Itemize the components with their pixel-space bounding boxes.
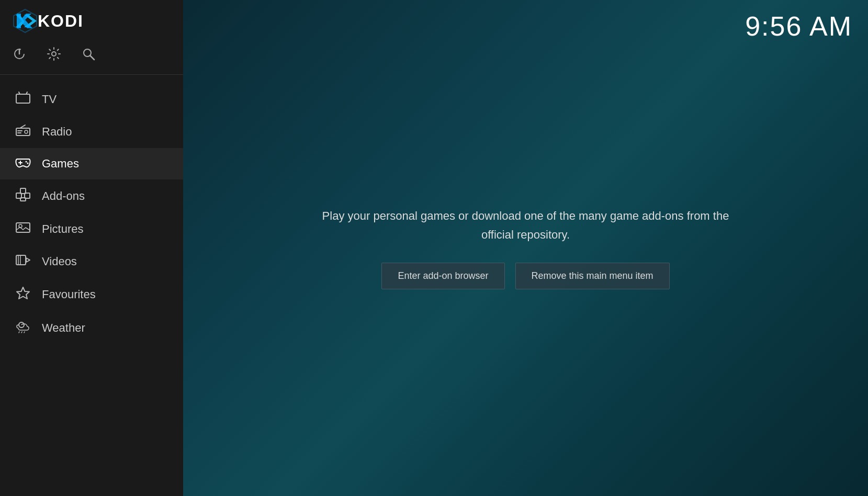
sidebar-item-pictures[interactable]: Pictures bbox=[0, 213, 183, 245]
sidebar-divider bbox=[0, 74, 183, 75]
dialog-description: Play your personal games or download one… bbox=[311, 207, 740, 243]
power-icon[interactable] bbox=[13, 47, 26, 64]
sidebar-toolbar bbox=[0, 42, 183, 74]
radio-icon bbox=[15, 124, 31, 140]
sidebar-item-favourites-label: Favourites bbox=[42, 288, 96, 301]
addons-icon bbox=[15, 188, 31, 205]
sidebar-item-favourites[interactable]: Favourites bbox=[0, 278, 183, 311]
svg-point-5 bbox=[52, 52, 56, 56]
sidebar-item-weather[interactable]: Weather bbox=[0, 311, 183, 345]
sidebar-item-tv[interactable]: TV bbox=[0, 83, 183, 116]
sidebar-item-radio[interactable]: Radio bbox=[0, 116, 183, 148]
main-content: 9:56 AM Play your personal games or down… bbox=[183, 0, 868, 496]
games-icon bbox=[15, 156, 31, 171]
svg-line-32 bbox=[19, 332, 19, 333]
sidebar-item-games-label: Games bbox=[42, 157, 79, 171]
svg-point-12 bbox=[25, 130, 28, 133]
svg-marker-29 bbox=[26, 258, 30, 262]
settings-icon[interactable] bbox=[47, 47, 61, 64]
svg-line-33 bbox=[21, 332, 22, 333]
svg-line-7 bbox=[91, 56, 95, 60]
kodi-logo bbox=[13, 8, 38, 33]
sidebar-item-pictures-label: Pictures bbox=[42, 222, 83, 236]
sidebar: KODI bbox=[0, 0, 183, 496]
center-dialog: Play your personal games or download one… bbox=[290, 186, 761, 310]
svg-point-19 bbox=[27, 163, 29, 164]
sidebar-item-radio-label: Radio bbox=[42, 125, 72, 139]
remove-main-menu-button[interactable]: Remove this main menu item bbox=[515, 263, 670, 289]
sidebar-item-videos-label: Videos bbox=[42, 255, 77, 268]
app-title: KODI bbox=[38, 12, 84, 31]
sidebar-item-addons[interactable]: Add-ons bbox=[0, 179, 183, 213]
svg-marker-30 bbox=[17, 287, 29, 299]
svg-rect-23 bbox=[20, 198, 26, 201]
sidebar-item-weather-label: Weather bbox=[42, 321, 85, 335]
dialog-buttons: Enter add-on browser Remove this main me… bbox=[381, 263, 669, 289]
favourites-icon bbox=[15, 286, 31, 303]
sidebar-item-addons-label: Add-ons bbox=[42, 189, 85, 203]
enter-addon-browser-button[interactable]: Enter add-on browser bbox=[381, 263, 504, 289]
tv-icon bbox=[15, 92, 31, 107]
sidebar-item-videos[interactable]: Videos bbox=[0, 245, 183, 278]
sidebar-header: KODI bbox=[0, 0, 183, 42]
videos-icon bbox=[15, 254, 31, 269]
time-display: 9:56 AM bbox=[745, 10, 852, 42]
search-icon[interactable] bbox=[82, 47, 95, 64]
svg-rect-24 bbox=[16, 223, 30, 232]
sidebar-nav: TV Radio bbox=[0, 79, 183, 496]
sidebar-item-tv-label: TV bbox=[42, 93, 57, 106]
pictures-icon bbox=[15, 221, 31, 237]
svg-rect-26 bbox=[16, 255, 26, 265]
svg-line-34 bbox=[24, 332, 25, 333]
svg-point-18 bbox=[26, 161, 27, 163]
weather-icon bbox=[15, 320, 31, 336]
sidebar-item-games[interactable]: Games bbox=[0, 148, 183, 179]
svg-rect-8 bbox=[16, 94, 30, 103]
